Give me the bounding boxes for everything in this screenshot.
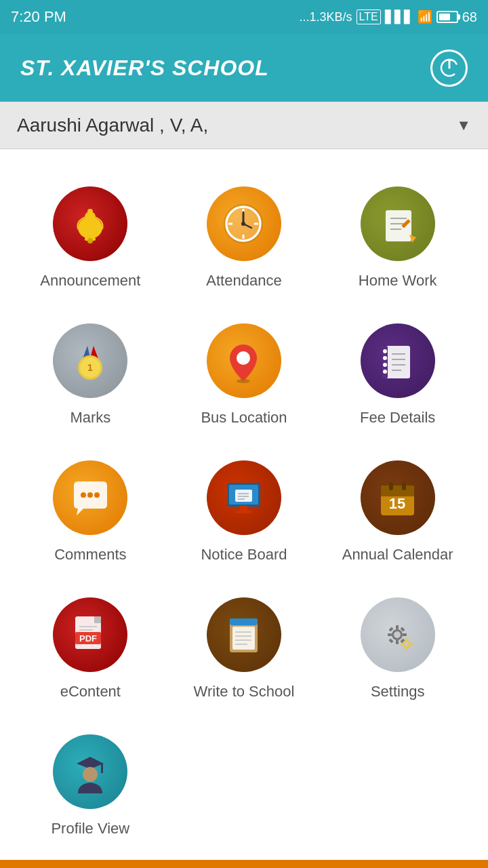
- wifi-icon: 📶: [418, 9, 432, 24]
- lte-icon: LTE: [357, 9, 381, 24]
- power-button[interactable]: [430, 50, 468, 87]
- write-to-school-item[interactable]: Write to School: [167, 580, 321, 717]
- pdf-icon: PDF: [68, 613, 113, 657]
- svg-rect-66: [232, 627, 255, 650]
- svg-rect-49: [240, 506, 247, 511]
- homework-icon: [361, 186, 435, 261]
- bell-icon: [68, 202, 113, 246]
- svg-point-82: [405, 642, 409, 646]
- svg-rect-50: [235, 511, 252, 513]
- svg-point-5: [87, 238, 93, 243]
- screen-icon: [222, 476, 266, 520]
- svg-point-40: [81, 492, 86, 498]
- bus-location-icon: [207, 323, 281, 398]
- clock-icon: [222, 202, 266, 246]
- fee-details-item[interactable]: Fee Details: [321, 307, 474, 443]
- comments-icon: [53, 460, 127, 535]
- svg-rect-84: [406, 647, 408, 650]
- dropdown-arrow-icon: ▼: [456, 117, 471, 134]
- signal-icon: ▋▋▋: [385, 9, 413, 24]
- status-icons: ...1.3KB/s LTE ▋▋▋ 📶 68: [300, 9, 477, 25]
- svg-text:PDF: PDF: [79, 633, 97, 644]
- svg-rect-65: [230, 618, 258, 625]
- annual-calendar-icon: 15: [361, 460, 435, 535]
- svg-rect-45: [235, 490, 252, 502]
- speech-bubble-icon: [68, 476, 113, 520]
- calendar-icon: 15: [375, 476, 420, 520]
- svg-rect-30: [385, 346, 410, 378]
- announcement-icon: [53, 186, 127, 261]
- write-icon: [207, 597, 281, 672]
- svg-point-35: [383, 370, 387, 374]
- settings-label: Settings: [371, 683, 425, 701]
- svg-rect-75: [388, 633, 392, 636]
- svg-point-29: [237, 351, 250, 365]
- write-to-school-label: Write to School: [194, 683, 295, 701]
- svg-rect-59: [94, 616, 101, 623]
- svg-point-33: [383, 356, 387, 360]
- svg-rect-55: [402, 482, 406, 490]
- power-icon: [439, 58, 460, 78]
- status-bar: 7:20 PM ...1.3KB/s LTE ▋▋▋ 📶 68: [0, 0, 488, 34]
- svg-rect-83: [406, 638, 408, 642]
- bus-location-item[interactable]: Bus Location: [167, 307, 321, 443]
- marks-label: Marks: [70, 409, 110, 427]
- profile-icon: [53, 734, 127, 809]
- svg-point-34: [383, 363, 387, 367]
- school-title: ST. XAVIER'S SCHOOL: [20, 56, 269, 81]
- svg-text:15: 15: [389, 495, 405, 512]
- bus-location-label: Bus Location: [201, 409, 287, 427]
- svg-text:1: 1: [87, 362, 93, 373]
- notice-board-item[interactable]: Notice Board: [167, 443, 321, 580]
- announcement-label: Announcement: [40, 272, 140, 290]
- fee-details-label: Fee Details: [360, 409, 435, 427]
- svg-rect-86: [409, 643, 413, 645]
- comments-item[interactable]: Comments: [14, 443, 167, 580]
- svg-rect-76: [403, 633, 407, 636]
- homework-label: Home Work: [359, 272, 437, 290]
- svg-point-41: [87, 492, 93, 498]
- time-display: 7:20 PM: [11, 8, 66, 26]
- profile-view-item[interactable]: Profile View: [14, 717, 167, 854]
- settings-item[interactable]: Settings: [321, 580, 474, 717]
- attendance-label: Attendance: [206, 272, 281, 290]
- svg-point-32: [383, 349, 387, 353]
- student-selector[interactable]: Aarushi Agarwal , V, A, ▼: [0, 102, 488, 149]
- student-name: Aarushi Agarwal , V, A,: [17, 115, 208, 136]
- network-speed: ...1.3KB/s: [300, 10, 352, 24]
- fee-notepad-icon: [375, 339, 420, 383]
- battery-icon: [436, 11, 458, 23]
- notice-board-label: Notice Board: [201, 546, 287, 564]
- svg-point-72: [394, 631, 401, 638]
- svg-rect-73: [396, 625, 399, 629]
- attendance-item[interactable]: Attendance: [167, 170, 321, 307]
- person-icon: [68, 750, 113, 794]
- notepad-pencil-icon: [375, 202, 420, 246]
- homework-item[interactable]: Home Work: [321, 170, 474, 307]
- svg-point-42: [94, 492, 100, 498]
- econtent-icon: PDF: [53, 597, 127, 672]
- annual-calendar-item[interactable]: 15 Annual Calendar: [321, 443, 474, 580]
- battery-percent: 68: [462, 9, 477, 25]
- app-header: ST. XAVIER'S SCHOOL: [0, 34, 488, 102]
- econtent-item[interactable]: PDF eContent: [14, 580, 167, 717]
- announcement-item[interactable]: Announcement: [14, 170, 167, 307]
- menu-grid: Announcement Attendance: [0, 149, 488, 868]
- comments-label: Comments: [54, 546, 126, 564]
- svg-rect-17: [386, 210, 411, 241]
- svg-rect-74: [396, 640, 399, 644]
- fee-icon: [361, 323, 435, 398]
- marks-icon: 1: [53, 323, 127, 398]
- map-pin-icon: [222, 339, 266, 383]
- settings-icon: [361, 597, 435, 672]
- econtent-label: eContent: [60, 683, 121, 701]
- svg-point-89: [83, 767, 98, 782]
- medal-icon: 1: [68, 339, 113, 383]
- marks-item[interactable]: 1 Marks: [14, 307, 167, 443]
- attendance-icon: [207, 186, 281, 261]
- svg-rect-77: [389, 627, 394, 631]
- gear-icon: [375, 613, 420, 657]
- svg-rect-88: [101, 764, 103, 773]
- svg-rect-54: [389, 482, 393, 490]
- bottom-bar: [0, 860, 488, 868]
